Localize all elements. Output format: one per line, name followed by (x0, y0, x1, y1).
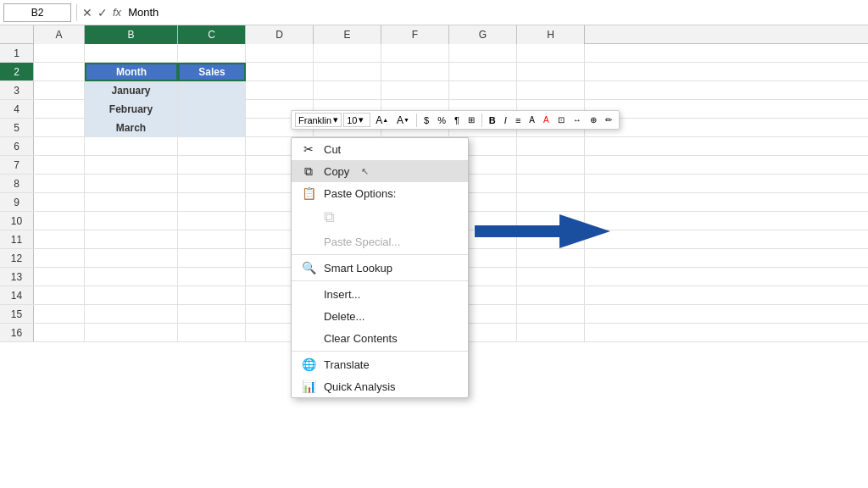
cut-icon: ✂ (302, 142, 315, 156)
col-header-h[interactable]: H (517, 25, 585, 44)
context-menu-quick-analysis[interactable]: 📊 Quick Analysis (292, 375, 468, 397)
delete-icon (302, 309, 315, 323)
cell-c6[interactable] (178, 137, 246, 156)
currency-button[interactable]: $ (420, 114, 432, 126)
col-header-b[interactable]: B (85, 25, 178, 44)
cell-c5[interactable] (178, 119, 246, 137)
corner-cell (0, 25, 34, 44)
context-menu-paste-special[interactable]: Paste Special... (292, 230, 468, 252)
cancel-icon[interactable]: ✕ (82, 6, 92, 19)
cell-f3[interactable] (381, 81, 449, 100)
add-button[interactable]: ⊕ (587, 114, 600, 125)
cell-f2[interactable] (381, 63, 449, 81)
col-header-a[interactable]: A (34, 25, 85, 44)
blue-arrow (475, 210, 610, 255)
clear-icon (302, 331, 315, 345)
col-header-d[interactable]: D (246, 25, 314, 44)
cell-a5[interactable] (34, 119, 85, 137)
cell-a1[interactable] (34, 44, 85, 63)
clear-contents-label: Clear Contents (324, 332, 398, 345)
font-color-button[interactable]: A (540, 114, 553, 125)
cell-d2[interactable] (246, 63, 314, 81)
cell-h3[interactable] (517, 81, 585, 100)
cell-a3[interactable] (34, 81, 85, 100)
delete-label: Delete... (324, 310, 364, 323)
cell-d1[interactable] (246, 44, 314, 63)
smart-lookup-label: Smart Lookup (324, 262, 392, 274)
font-size-chevron: ▾ (359, 114, 364, 125)
cell-e1[interactable] (314, 44, 381, 63)
cell-c2[interactable]: Sales (178, 63, 246, 81)
cell-e3[interactable] (314, 81, 381, 100)
cell-g1[interactable] (449, 44, 517, 63)
font-shrink-button[interactable]: A▼ (393, 114, 413, 127)
context-menu-insert[interactable]: Insert... (292, 283, 468, 305)
merge-button[interactable]: ↔ (570, 114, 585, 125)
fx-icon[interactable]: fx (113, 6, 121, 19)
cell-h1[interactable] (517, 44, 585, 63)
svg-marker-0 (475, 214, 610, 248)
font-name-dropdown[interactable]: Franklin ▾ (295, 113, 342, 127)
insert-icon (302, 287, 315, 301)
context-menu-copy[interactable]: ⧉ Copy ↖ (292, 160, 468, 182)
context-menu-clear-contents[interactable]: Clear Contents (292, 327, 468, 349)
align-button[interactable]: ≡ (512, 114, 524, 126)
context-menu-cut[interactable]: ✂ Cut (292, 138, 468, 160)
cell-b1[interactable] (85, 44, 178, 63)
row-header-10: 10 (0, 212, 34, 230)
floating-mini-toolbar: Franklin ▾ 10 ▾ A▲ A▼ $ % ¶ ⊞ B I ≡ A A … (291, 110, 620, 130)
paste-clipboard-icon: ⧉ (324, 208, 335, 226)
context-menu-paste-options: 📋 Paste Options: (292, 182, 468, 204)
row-header-12: 12 (0, 249, 34, 267)
paragraph-button[interactable]: ¶ (451, 114, 463, 126)
context-menu-translate[interactable]: 🌐 Translate (292, 353, 468, 375)
cell-b5[interactable]: March (85, 119, 178, 137)
paste-icon: 📋 (302, 186, 315, 200)
cell-h2[interactable] (517, 63, 585, 81)
formula-input[interactable] (125, 3, 865, 22)
col-header-c[interactable]: C (178, 25, 246, 44)
cell-b6[interactable] (85, 137, 178, 156)
cell-reference-box[interactable] (3, 3, 71, 22)
cell-a4[interactable] (34, 100, 85, 119)
col-header-f[interactable]: F (381, 25, 449, 44)
highlight-color-button[interactable]: A (526, 114, 538, 125)
cell-a2[interactable] (34, 63, 85, 81)
cell-b4[interactable]: February (85, 100, 178, 119)
border2-button[interactable]: ⊡ (554, 114, 568, 125)
borders-button[interactable]: ⊞ (465, 114, 478, 125)
row-header-14: 14 (0, 286, 34, 304)
col-header-g[interactable]: G (449, 25, 517, 44)
confirm-icon[interactable]: ✓ (97, 6, 108, 19)
paste-special-icon (302, 235, 315, 248)
cell-d3[interactable] (246, 81, 314, 100)
cell-e2[interactable] (314, 63, 381, 81)
context-menu-delete[interactable]: Delete... (292, 305, 468, 327)
italic-button[interactable]: I (501, 114, 510, 126)
cell-b3[interactable]: January (85, 81, 178, 100)
context-menu-paste-icons[interactable]: ⧉ (292, 204, 468, 230)
translate-icon: 🌐 (302, 358, 315, 371)
font-grow-button[interactable]: A▲ (372, 114, 392, 127)
cell-c1[interactable] (178, 44, 246, 63)
cell-c4[interactable] (178, 100, 246, 119)
cell-g3[interactable] (449, 81, 517, 100)
cell-b2[interactable]: Month (85, 63, 178, 81)
context-menu-smart-lookup[interactable]: 🔍 Smart Lookup (292, 257, 468, 279)
cell-f1[interactable] (381, 44, 449, 63)
font-size-dropdown[interactable]: 10 ▾ (343, 113, 370, 127)
cell-h6[interactable] (517, 137, 585, 156)
table-row: 2 Month Sales (0, 63, 868, 81)
insert-label: Insert... (324, 288, 360, 301)
cell-g2[interactable] (449, 63, 517, 81)
bold-button[interactable]: B (486, 114, 499, 126)
formula-bar: ✕ ✓ fx (0, 0, 868, 25)
cell-c3[interactable] (178, 81, 246, 100)
eraser-button[interactable]: ✏ (602, 114, 615, 125)
cell-a6[interactable] (34, 137, 85, 156)
font-size-label: 10 (347, 115, 357, 125)
row-header-9: 9 (0, 193, 34, 211)
percent-button[interactable]: % (434, 114, 449, 126)
context-menu: ✂ Cut ⧉ Copy ↖ 📋 Paste Options: ⧉ Paste … (291, 137, 469, 398)
col-header-e[interactable]: E (314, 25, 381, 44)
